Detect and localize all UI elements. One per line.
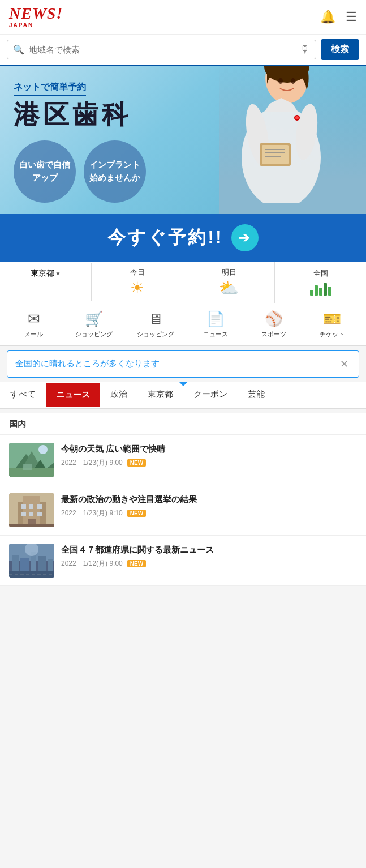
tokyo-label: 東京都 ▼	[31, 268, 61, 279]
nav-item-shopping2[interactable]: 🖥 ショッピング	[137, 310, 174, 339]
svg-rect-20	[23, 464, 32, 470]
news-content-1: 最新の政治の動きや注目選挙の結果 2022 1/23(月) 9:10 NEW	[61, 493, 357, 518]
news-title-0: 今朝の天気 広い範囲で快晴	[61, 443, 357, 455]
weather-item-today[interactable]: 今日 ☀	[92, 262, 183, 303]
search-icon: 🔍	[13, 44, 24, 55]
ad-circle-1: 白い歯で自信アップ	[14, 140, 76, 203]
cloud-sun-icon: ⛅	[219, 279, 239, 297]
ad-cta-bar[interactable]: 今すぐ予約!! ➔	[0, 214, 366, 262]
nav-label-mail: メール	[24, 330, 43, 339]
nav-item-mail[interactable]: ✉ メール	[17, 310, 51, 339]
nav-item-sports[interactable]: ⚾ スポーツ	[257, 310, 291, 339]
news-date-2: 2022 1/12(月) 9:00	[61, 559, 123, 568]
weather-item-tomorrow[interactable]: 明日 ⛅	[183, 262, 275, 303]
category-tabs: すべて ニュース 政治 東京都 クーポン 芸能	[0, 382, 366, 409]
ad-cta-text: 今すぐ予約!!	[107, 225, 223, 250]
news-content-2: 全国４７都道府県に関する最新ニュース 2022 1/12(月) 9:00 NEW	[61, 544, 357, 568]
news-title-2: 全国４７都道府県に関する最新ニュース	[61, 544, 357, 555]
news-icon: 📄	[206, 310, 225, 328]
news-badge-1: NEW	[127, 510, 146, 517]
svg-point-4	[291, 78, 295, 84]
ad-person-image	[219, 66, 366, 214]
icon-nav: ✉ メール 🛒 ショッピング 🖥 ショッピング 📄 ニュース ⚾ スポーツ 🎫 …	[0, 303, 366, 346]
news-content-0: 今朝の天気 広い範囲で快晴 2022 1/23(月) 9:00 NEW	[61, 443, 357, 468]
search-button[interactable]: 検索	[321, 39, 359, 60]
tokyo-dropdown-icon: ▼	[55, 271, 61, 277]
sports-icon: ⚾	[265, 310, 283, 328]
search-input-wrapper[interactable]: 🔍 🎙	[7, 40, 316, 59]
nav-label-shopping1: ショッピング	[75, 330, 113, 339]
svg-point-3	[278, 78, 283, 84]
tab-entertainment[interactable]: 芸能	[238, 382, 275, 408]
news-item-2[interactable]: 全国４７都道府県に関する最新ニュース 2022 1/12(月) 9:00 NEW	[0, 536, 366, 586]
header-icons: 🔔 ☰	[320, 10, 357, 24]
cta-arrow-icon: ➔	[231, 224, 259, 251]
nav-item-shopping1[interactable]: 🛒 ショッピング	[75, 310, 113, 339]
svg-rect-8	[262, 145, 289, 164]
news-item-0[interactable]: 今朝の天気 広い範囲で快晴 2022 1/23(月) 9:00 NEW	[0, 435, 366, 485]
section-header-domestic: 国内	[0, 413, 366, 435]
weather-alert-text: 全国的に晴れるところが多くなります	[15, 358, 160, 369]
shopping-screen-icon: 🖥	[148, 310, 163, 328]
hamburger-menu-icon[interactable]: ☰	[346, 10, 357, 24]
news-section: 国内 今朝の天気 広い範囲で快晴 2022 1/23(月) 9:00 NEW	[0, 413, 366, 586]
svg-rect-28	[29, 512, 33, 516]
svg-rect-26	[37, 504, 42, 509]
news-badge-0: NEW	[127, 459, 146, 467]
tomorrow-label: 明日	[222, 267, 236, 277]
nav-label-sports: スポーツ	[261, 330, 286, 339]
news-thumb-1	[9, 493, 54, 527]
nav-item-news[interactable]: 📄 ニュース	[199, 310, 232, 339]
news-thumb-2	[9, 544, 54, 578]
svg-rect-25	[29, 504, 33, 509]
news-item-1[interactable]: 最新の政治の動きや注目選挙の結果 2022 1/23(月) 9:10 NEW	[0, 485, 366, 536]
weather-item-tokyo[interactable]: 東京都 ▼	[0, 263, 92, 301]
nationwide-label: 全国	[313, 268, 328, 279]
news-date-1: 2022 1/23(月) 9:10	[61, 508, 123, 518]
today-label: 今日	[130, 267, 145, 277]
nav-label-ticket: チケット	[320, 330, 345, 339]
nav-item-ticket[interactable]: 🎫 チケット	[315, 310, 349, 339]
news-thumb-0	[9, 443, 54, 477]
svg-rect-24	[21, 504, 26, 509]
alert-close-button[interactable]: ✕	[338, 358, 351, 370]
logo-text: NEWS!	[9, 6, 63, 22]
chart-icon	[310, 280, 331, 296]
ad-subtitle: ネットで簡単予約	[14, 82, 86, 96]
svg-rect-31	[9, 524, 54, 527]
search-input[interactable]	[29, 45, 300, 54]
news-badge-2: NEW	[127, 560, 146, 567]
tab-all[interactable]: すべて	[0, 382, 46, 408]
tab-news[interactable]: ニュース	[46, 383, 100, 407]
bell-icon[interactable]: 🔔	[320, 10, 335, 24]
nav-label-news: ニュース	[203, 330, 228, 339]
logo[interactable]: NEWS! JAPAN	[9, 6, 63, 28]
sun-icon: ☀	[130, 279, 144, 297]
news-date-0: 2022 1/23(月) 9:00	[61, 458, 123, 468]
ad-circle-2: インプラント始めませんか	[84, 140, 146, 203]
mic-icon[interactable]: 🎙	[300, 44, 310, 55]
app-header: NEWS! JAPAN 🔔 ☰	[0, 0, 366, 35]
logo-sub: JAPAN	[9, 22, 33, 28]
tab-politics[interactable]: 政治	[100, 382, 137, 408]
alert-triangle	[179, 382, 188, 386]
ticket-icon: 🎫	[323, 310, 341, 328]
news-meta-2: 2022 1/12(月) 9:00 NEW	[61, 559, 357, 568]
tokyo-text: 東京都	[31, 268, 54, 279]
shopping-cart-icon: 🛒	[85, 310, 103, 328]
ad-content: ネットで簡単予約 港区歯科 白い歯で自信アップ インプラント始めませんか	[0, 66, 366, 214]
news-meta-1: 2022 1/23(月) 9:10 NEW	[61, 508, 357, 518]
weather-item-nationwide[interactable]: 全国	[275, 263, 366, 301]
search-bar: 🔍 🎙 検索	[0, 35, 366, 66]
weather-alert-wrapper: 全国的に晴れるところが多くなります ✕	[0, 350, 366, 378]
svg-point-19	[38, 445, 48, 454]
news-meta-0: 2022 1/23(月) 9:00 NEW	[61, 458, 357, 468]
tab-tokyo[interactable]: 東京都	[137, 382, 183, 408]
news-title-1: 最新の政治の動きや注目選挙の結果	[61, 493, 357, 505]
ad-banner[interactable]: ネットで簡単予約 港区歯科 白い歯で自信アップ インプラント始めませんか	[0, 66, 366, 262]
nav-label-shopping2: ショッピング	[137, 330, 174, 339]
weather-nav: 東京都 ▼ 今日 ☀ 明日 ⛅ 全国	[0, 262, 366, 303]
mail-icon: ✉	[28, 310, 40, 328]
tab-coupon[interactable]: クーポン	[183, 382, 238, 408]
weather-alert: 全国的に晴れるところが多くなります ✕	[7, 350, 359, 378]
